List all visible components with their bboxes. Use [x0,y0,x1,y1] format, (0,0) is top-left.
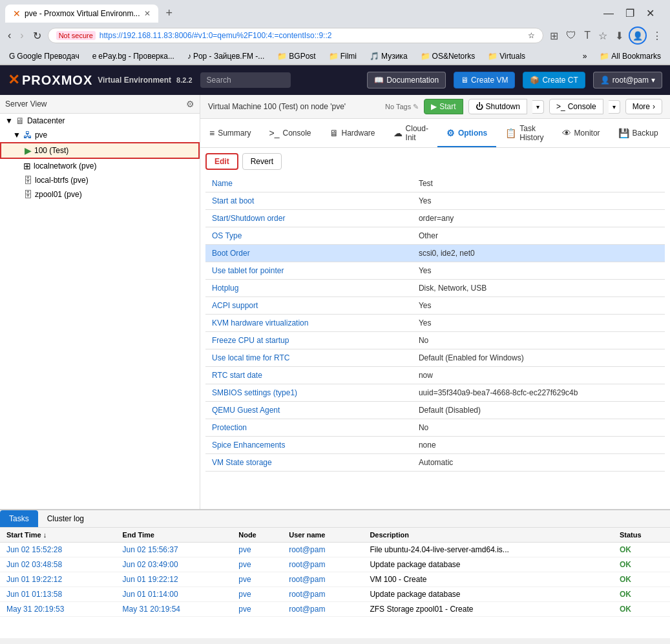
nav-cloud-init[interactable]: ☁ Cloud-Init [384,120,437,147]
task-user[interactable]: root@pam [282,572,363,587]
minimize-button[interactable]: — [598,5,619,22]
reload-button[interactable]: ↻ [30,27,44,45]
task-end[interactable]: Jun 02 03:49:00 [116,557,233,572]
task-desc: Update package database [363,557,613,572]
table-row[interactable]: KVM hardware virtualizationYes [205,315,665,332]
nav-replication[interactable]: 🔄 Replication [667,120,670,147]
address-bar[interactable]: Not secure https://192.168.11.83:8006/#v… [48,28,544,43]
table-row[interactable]: ProtectionNo [205,419,665,437]
task-start[interactable]: May 31 20:19:53 [0,602,116,617]
table-row[interactable]: NameTest [205,175,665,192]
console-dropdown-arrow[interactable]: ▾ [609,100,620,114]
edit-button[interactable]: Edit [205,153,238,170]
extensions-button[interactable]: ⊞ [547,27,561,45]
tree-node-zpool01[interactable]: 🗄 zpool01 (pve) [0,187,200,202]
bookmark-virtuals[interactable]: 📁 Virtuals [484,50,529,62]
tree-node-localbtrfs[interactable]: 🗄 local-btrfs (pve) [0,173,200,187]
task-start[interactable]: Jun 01 19:22:12 [0,572,116,587]
table-row[interactable]: VM State storageAutomatic [205,454,665,472]
task-start[interactable]: Jun 01 01:13:58 [0,587,116,602]
bookmark-muzika[interactable]: 🎵 Музика [366,50,412,62]
bookmark-bgpost[interactable]: 📁 BGPost [273,50,319,62]
task-end[interactable]: Jun 02 15:56:37 [116,543,233,557]
create-ct-button[interactable]: 📦 Create CT [523,72,585,88]
menu-button[interactable]: ⋮ [649,27,665,45]
task-start[interactable]: Jun 02 15:52:28 [0,543,116,557]
table-row[interactable]: Boot Orderscsi0, ide2, net0 [205,245,665,262]
header-search-input[interactable] [200,72,291,88]
bookmarks-more-button[interactable]: » [579,50,591,62]
start-button[interactable]: ▶ Start [424,99,463,114]
nav-summary[interactable]: ≡ Summary [200,120,260,147]
new-tab-button[interactable]: + [161,4,178,23]
table-row[interactable]: HotplugDisk, Network, USB [205,280,665,297]
table-row[interactable]: SMBIOS settings (type1)uuid=35f340a9-bea… [205,384,665,402]
user-menu[interactable]: 👤 root@pam ▾ [593,72,662,88]
bookmark-all[interactable]: 📁 All Bookmarks [596,50,665,62]
tag-edit-icon[interactable]: ✎ [413,103,419,111]
task-end[interactable]: Jun 01 01:14:00 [116,587,233,602]
nav-options[interactable]: ⚙ Options [437,120,496,147]
backup-icon: 💾 [618,128,629,138]
sidebar-gear-icon[interactable]: ⚙ [186,99,194,109]
table-row[interactable]: RTC start datenow [205,367,665,384]
shutdown-button[interactable]: ⏻ Shutdown [468,99,527,114]
bookmark-epay[interactable]: e ePay.bg - Проверка... [89,50,178,62]
task-start[interactable]: Jun 02 03:48:58 [0,557,116,572]
tab-close-btn[interactable]: ✕ [144,9,151,18]
table-row[interactable]: Use local time for RTCDefault (Enabled f… [205,349,665,367]
close-button[interactable]: ✕ [641,5,660,22]
bookmark-pop[interactable]: ♪ Pop - Зайцев.FM -... [183,50,268,62]
table-row[interactable]: Use tablet for pointerYes [205,262,665,280]
download-icon[interactable]: ⬇ [612,27,626,45]
proxmox-logo: ✕ PROXMOX Virtual Environment 8.2.2 [8,72,193,88]
create-vm-button[interactable]: 🖥 Create VM [454,72,515,88]
bookmark-google[interactable]: G Google Преводач [5,50,83,62]
browser-tab[interactable]: ✕ pve - Proxmox Virtual Environm... ✕ [5,5,158,23]
table-row[interactable]: ACPI supportYes [205,297,665,315]
forward-button[interactable]: › [17,27,26,44]
table-row[interactable]: QEMU Guest AgentDefault (Disabled) [205,402,665,419]
task-user[interactable]: root@pam [282,587,363,602]
revert-button[interactable]: Revert [242,153,282,170]
shutdown-dropdown-arrow[interactable]: ▾ [532,100,544,114]
shield-icon[interactable]: 🛡 [563,27,579,44]
table-row[interactable]: Freeze CPU at startupNo [205,332,665,349]
task-node[interactable]: pve [232,602,282,617]
tasks-tab[interactable]: Tasks [0,510,38,527]
task-end[interactable]: Jun 01 19:22:12 [116,572,233,587]
documentation-button[interactable]: 📖 Documentation [367,72,446,88]
nav-task-history[interactable]: 📋 Task History [496,120,552,147]
table-row[interactable]: OS TypeOther [205,227,665,245]
option-value: now [412,367,665,384]
tree-node-vm100[interactable]: ▶ 100 (Test) [0,142,200,159]
task-end[interactable]: May 31 20:19:54 [116,602,233,617]
table-row[interactable]: Start/Shutdown orderorder=any [205,210,665,227]
tree-node-datacenter[interactable]: ▼ 🖥 Datacenter [0,114,200,128]
more-button[interactable]: More › [625,99,662,114]
task-node[interactable]: pve [232,587,282,602]
tree-node-pve[interactable]: ▼ 🖧 pve [0,128,200,142]
profile-button[interactable]: 👤 [629,26,647,45]
table-row[interactable]: Start at bootYes [205,192,665,210]
task-user[interactable]: root@pam [282,543,363,557]
bookmark-icon[interactable]: ☆ [596,27,610,45]
nav-monitor[interactable]: 👁 Monitor [553,120,609,147]
translate-icon[interactable]: T [581,27,593,44]
task-node[interactable]: pve [232,572,282,587]
console-button[interactable]: >_ Console [549,99,603,114]
tree-node-localnetwork[interactable]: ⊞ localnetwork (pve) [0,159,200,173]
nav-backup[interactable]: 💾 Backup [609,120,667,147]
task-node[interactable]: pve [232,543,282,557]
nav-hardware[interactable]: 🖥 Hardware [320,120,384,147]
cluster-log-tab[interactable]: Cluster log [38,510,93,527]
maximize-button[interactable]: ❐ [620,5,640,22]
back-button[interactable]: ‹ [5,27,14,44]
bookmark-osnetorks[interactable]: 📁 OS&Netorks [417,50,479,62]
table-row[interactable]: Spice Enhancementsnone [205,437,665,454]
task-user[interactable]: root@pam [282,557,363,572]
task-node[interactable]: pve [232,557,282,572]
task-user[interactable]: root@pam [282,602,363,617]
bookmark-filmi[interactable]: 📁 Filmi [325,50,361,62]
nav-console[interactable]: >_ Console [260,120,320,147]
